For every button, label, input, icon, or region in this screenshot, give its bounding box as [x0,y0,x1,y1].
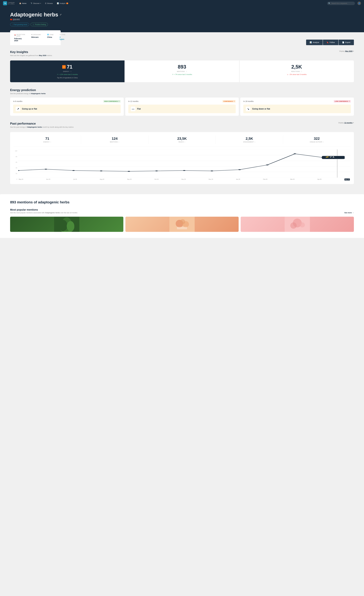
mention-images-row [10,217,354,232]
tag-positive-feeling: ☺ Positive feeling [31,23,48,26]
chart-area: ⚡ 71 [18,150,350,178]
past-subtitle: See the past energy of Adaptogenic herbs… [10,126,73,128]
logo-icon: TS [3,1,7,5]
calendar-icon: 📅 [14,35,16,36]
metric-engagement-value: 2,5K [217,137,282,141]
prediction-12m-icon: — [131,107,135,111]
energy-bolt-icon: ⚡ [62,65,66,69]
meta-category-value: Skincare [31,36,41,38]
svg-point-7 [45,169,47,170]
popular-mentions-subtitle: See the most popular mentions associated… [10,212,354,214]
prediction-12m-period: In 12 months [128,100,138,102]
meta-type: ◎ TYPE 2 types [60,34,65,42]
chevron-down-icon: ▾ [353,122,354,124]
nav-analyze[interactable]: 📊 Analyze 1 [55,2,70,5]
trend-up-icon: ↑ [12,23,13,25]
past-display-selector[interactable]: Display 12 months ▾ [338,122,354,124]
energy-value-display: ⚡ 71 [14,64,121,70]
prediction-title: Energy prediction [10,88,354,92]
svg-rect-32 [177,227,187,229]
svg-point-12 [183,170,186,171]
metric-author: 322 UNIQUE AUTHOR ⓘ [283,136,350,144]
insight-mentions-card: 893 MENTIONS ⓘ ↗ + 7% since last 3 month… [125,60,239,82]
energy-label: ENERGY ⓘ [14,71,121,73]
metric-reach: 23,5K REACH ⓘ [148,136,216,144]
insights-title: Key Insights [10,50,52,54]
reactions-label: REACTIONS ⓘ [243,71,350,73]
insight-energy-card: ⚡ 71 ENERGY ⓘ ↗ + 12% since last 3 month… [10,60,124,82]
export-icon: 📄 [342,41,344,43]
search-input[interactable] [327,2,355,5]
popular-mentions-title: Most popular mentions [10,208,354,211]
trend-up-icon: ↗ [57,74,58,75]
meta-section: 📅 DETECTION DATE February 2020 ⊞ CATEGOR… [0,32,364,45]
prediction-18m-result: ↘ Going down or flat [243,104,351,113]
prediction-12m-result: — Flat [128,104,236,113]
trend-down-icon: ↘ [287,74,288,75]
user-avatar[interactable]: 👤 [357,1,361,5]
info-icon: ⓘ [118,142,119,143]
chevron-down-icon: ▾ [353,50,354,52]
meta-category-label: ⊞ CATEGORY [31,34,41,35]
meta-zone: 🌐 ZONE China [47,34,54,42]
metric-mentions-label: MENTIONS ⓘ [82,141,147,143]
key-insights-section: Key Insights Here are the insights we ga… [10,50,354,82]
reactions-change: ↘ - 2% since last 3 months [243,74,350,75]
chevron-down-icon: ▾ [40,3,41,4]
analyze-button[interactable]: 📊 Analyze [306,40,323,45]
x-label: Apr.20 [318,179,321,180]
svg-point-36 [300,222,305,227]
share-icon[interactable]: ⤢ [60,13,62,16]
export-button[interactable]: 📄 Export [339,40,354,45]
meta-card: 📅 DETECTION DATE February 2020 ⊞ CATEGOR… [10,30,61,45]
navigation: TS TrendSpotter BY L'OREAL 🏠 Home 🔭 Disc… [0,0,364,7]
info-icon: ⓘ [322,142,324,143]
metric-engagement: 2,5K ENGAGEMENT ⓘ [216,136,283,144]
prediction-grid: In 6 months HIGH CONFIDENCE ⓘ ↗ Going up… [10,97,354,116]
chart-svg: ⚡ 71 [18,150,350,178]
meta-detection-label: 📅 DETECTION DATE [14,34,25,37]
info-icon: ⓘ [70,71,72,72]
x-axis-labels: May.19 Jun.19 Jul.19 Aug.19 Sep.19 Oct.1… [18,179,350,180]
prediction-6m: In 6 months HIGH CONFIDENCE ⓘ ↗ Going up… [10,97,124,116]
metric-engagement-label: ENGAGEMENT ⓘ [217,141,282,143]
analyze-icon: 📊 [310,41,312,43]
svg-point-6 [18,170,20,171]
mentions-change: ↗ + 7% since last 3 months [128,74,236,75]
x-label: Sep.19 [127,179,131,180]
energy-footnote: Top 9% of Ingredients in China [14,77,121,79]
svg-text:71: 71 [329,156,335,158]
prediction-6m-result: ↗ Going up or flat [13,104,121,113]
y-label-40: 40 [14,167,17,169]
info-icon: ⓘ [184,142,186,143]
metric-reach-label: REACH ⓘ [149,141,215,143]
hero-title-row: Adaptogenic herbs ⤢ [10,12,354,18]
trend-up-icon: ↗ [172,74,173,75]
tag-fast-growing: ↑ Fast growing trend [10,23,29,26]
svg-point-9 [100,171,102,171]
x-label: Jan.20 [236,179,240,180]
info-icon: ⓘ [254,142,255,143]
mention-image-2 [125,217,239,232]
meta-type-label: ◎ TYPE [60,34,65,35]
svg-point-31 [180,219,185,224]
insight-reactions-card: 2,5K REACTIONS ⓘ ↘ - 2% since last 3 mon… [240,60,354,82]
past-card: 71 ENERGY ⓘ 124 MENTIONS ⓘ 23,5K [10,132,354,184]
see-more-link[interactable]: See more → [344,212,354,214]
prediction-6m-icon: ↗ [16,107,20,111]
nav-discover[interactable]: 🔭 Discover ▾ [29,2,43,5]
logo[interactable]: TS TrendSpotter BY L'OREAL [3,1,15,5]
nav-browse[interactable]: ☰ Browse [44,2,54,5]
past-performance-section: Past performance See the past energy of … [10,122,354,184]
info-icon: ⓘ [233,100,235,102]
nav-home[interactable]: 🏠 Home [18,2,28,5]
metric-mentions: 124 MENTIONS ⓘ [81,136,148,144]
insights-display-selector[interactable]: Display May 2020 ▾ [339,50,354,52]
hero-subtitle: 🇨🇳 适性草药 [10,18,354,21]
svg-point-15 [266,164,269,165]
meta-type-value[interactable]: 2 types [60,36,65,40]
mentions-title: 893 mentions of adaptogenic herbs [10,200,354,204]
x-label: May.19 [19,179,23,180]
y-label-80: 80 [14,156,17,157]
follow-button[interactable]: 🔖 Follow [323,40,338,45]
